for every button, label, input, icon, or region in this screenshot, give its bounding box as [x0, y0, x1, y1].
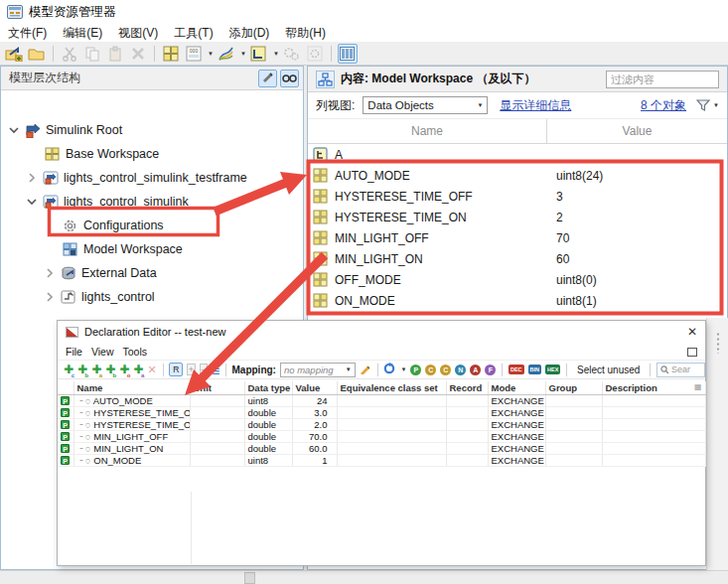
close-icon[interactable]: ✕ [687, 325, 697, 339]
menu-add[interactable]: 添加(D) [221, 23, 278, 44]
radix-bin-button[interactable]: BIN [528, 365, 541, 374]
filter-f-button[interactable]: F [485, 365, 496, 375]
column-header[interactable]: Record [446, 381, 488, 395]
hierarchy-button[interactable] [249, 44, 269, 64]
tree-item-lights-control-simulink[interactable]: lights_control_simulink [1, 190, 303, 214]
dropdown-arrow-icon[interactable]: ▼ [240, 51, 246, 57]
column-header[interactable]: Group [545, 381, 602, 395]
column-header-value[interactable]: Value [547, 124, 727, 138]
column-header[interactable]: Value [292, 381, 337, 395]
rename-toggle-button[interactable]: R [169, 363, 183, 376]
column-header[interactable]: Equivalence class set [337, 381, 446, 395]
link-pencil-button[interactable] [258, 70, 277, 87]
cut-button[interactable] [60, 44, 79, 64]
menu-help[interactable]: 帮助(H) [277, 23, 334, 44]
select-unused-button[interactable]: Select unused [573, 365, 644, 375]
paste-button[interactable] [105, 44, 125, 64]
radix-hex-button[interactable]: HEX [545, 365, 560, 374]
menu-view[interactable]: 视图(V) [110, 23, 166, 44]
menu-file[interactable]: 文件(F) [0, 23, 55, 44]
grid-view-button[interactable] [161, 44, 181, 64]
delete-button[interactable] [128, 44, 148, 64]
table-row[interactable]: ON_MODE uint8(1) [308, 290, 727, 311]
gears-button[interactable] [282, 44, 302, 64]
tree-item-testframe[interactable]: lights_control_simulink_testframe [1, 166, 303, 190]
table-row[interactable]: OFF_MODE uint8(0) [308, 269, 727, 290]
tree-list-button[interactable]: ≣ [212, 364, 219, 376]
editor-titlebar[interactable]: Declaration Editor -- test-new ✕ [58, 321, 705, 343]
restore-window-icon[interactable] [687, 348, 697, 357]
tree-item-configurations[interactable]: Configurations [1, 214, 303, 237]
declaration-row[interactable]: P ╶ ○ HYSTERESE_TIME_ON double 2.0 EXCHA… [58, 419, 705, 431]
filter-c-button[interactable]: C [425, 365, 436, 375]
declaration-row[interactable]: P ╶ ○ HYSTERESE_TIME_OFF double 3.0 EXCH… [58, 407, 705, 419]
refresh-button[interactable] [383, 363, 395, 376]
column-header[interactable]: Mode [488, 381, 545, 395]
chevron-down-icon[interactable] [7, 123, 21, 137]
editor-menu-file[interactable]: File [66, 345, 89, 359]
editor-menu-tools[interactable]: Tools [123, 345, 155, 359]
open-button[interactable] [27, 44, 47, 64]
add-declaration-o-button[interactable]: ✚o [119, 363, 129, 376]
editor-menu-view[interactable]: View [91, 345, 121, 359]
expand-button[interactable]: + [187, 364, 195, 375]
column-config-icon[interactable]: ▦ [694, 382, 702, 391]
collapse-button[interactable]: − [200, 364, 208, 375]
column-header-name[interactable]: Name [308, 119, 547, 143]
add-declaration-c-button[interactable]: ✚c [64, 363, 73, 376]
search-input[interactable] [671, 365, 701, 374]
show-details-link[interactable]: 显示详细信息 [500, 97, 571, 114]
chevron-down-icon[interactable] [25, 195, 39, 209]
menu-edit[interactable]: 编辑(E) [55, 23, 110, 44]
chevron-right-icon[interactable] [43, 266, 57, 280]
delete-declaration-button[interactable]: ✕ [147, 364, 156, 376]
object-count-link[interactable]: 8 个对象 [641, 97, 686, 114]
add-declaration-f-button[interactable]: ✚a [133, 363, 143, 376]
columns-view-toggle[interactable] [338, 44, 358, 64]
edit-mapping-pencil-button[interactable] [360, 363, 371, 376]
table-row[interactable]: MIN_LIGHT_ON 60 [308, 248, 727, 269]
column-header[interactable]: Unit [190, 381, 244, 395]
new-model-button[interactable] [4, 44, 24, 64]
table-row[interactable]: MIN_LIGHT_OFF 70 [308, 227, 727, 248]
declaration-row[interactable]: P ╶ ○ AUTO_MODE uint8 24 EXCHANGE [58, 395, 705, 407]
filter-p-button[interactable]: P [410, 365, 421, 375]
filter-options-button[interactable]: ▼ [696, 98, 719, 112]
tree-item-simulink-root[interactable]: Simulink Root [1, 118, 303, 142]
declaration-row[interactable]: P ╶ ○ ON_MODE uint8 1 EXCHANGE [58, 455, 705, 467]
chevron-right-icon[interactable] [25, 171, 39, 185]
column-header[interactable]: Name [73, 381, 190, 395]
table-row[interactable]: AUTO_MODE uint8(24) [308, 165, 727, 186]
tree-item-external-data[interactable]: External Data [1, 261, 303, 285]
column-header[interactable]: Description▦ [602, 381, 705, 395]
filter-a-button[interactable]: A [470, 365, 481, 375]
bottom-drag-handle[interactable] [244, 572, 255, 584]
table-row[interactable]: A [308, 144, 727, 165]
declaration-row[interactable]: P ╶ ○ MIN_LIGHT_ON double 60.0 EXCHANGE [58, 443, 705, 455]
add-declaration-b-button[interactable]: ✚b [77, 363, 87, 376]
dropdown-arrow-icon[interactable]: ▼ [273, 51, 279, 57]
copy-button[interactable] [82, 44, 102, 64]
tree-item-model-workspace[interactable]: Model Workspace [1, 237, 303, 261]
mapping-dropdown[interactable]: no mapping▼ [280, 363, 356, 377]
filter-contents-input[interactable] [606, 71, 719, 88]
value-display-button[interactable]: 000 [184, 44, 204, 64]
radix-dec-button[interactable]: DEC [509, 365, 524, 374]
table-row[interactable]: HYSTERESE_TIME_ON 2 [308, 207, 727, 227]
add-declaration-b2-button[interactable]: ✚b [105, 363, 115, 376]
declaration-row[interactable]: P ╶ ○ MIN_LIGHT_OFF double 70.0 EXCHANGE [58, 431, 705, 443]
filter-c2-button[interactable]: C [440, 365, 451, 375]
chevron-right-icon[interactable] [43, 290, 57, 304]
drag-handle-icon[interactable] [716, 332, 720, 354]
gear-button[interactable] [305, 44, 325, 64]
column-view-dropdown[interactable]: Data Objects▼ [363, 96, 488, 114]
tree-item-base-workspace[interactable]: Base Workspace [1, 142, 303, 166]
column-header[interactable]: Data type [244, 381, 292, 395]
add-declaration-a-button[interactable]: ✚a [91, 363, 101, 376]
filter-n-button[interactable]: N [455, 365, 466, 375]
search-field[interactable] [656, 363, 705, 377]
table-row[interactable]: HYSTERESE_TIME_OFF 3 [308, 186, 727, 207]
curves-button[interactable] [217, 44, 236, 64]
dropdown-arrow-icon[interactable]: ▼ [208, 51, 214, 57]
glasses-button[interactable] [280, 70, 299, 87]
